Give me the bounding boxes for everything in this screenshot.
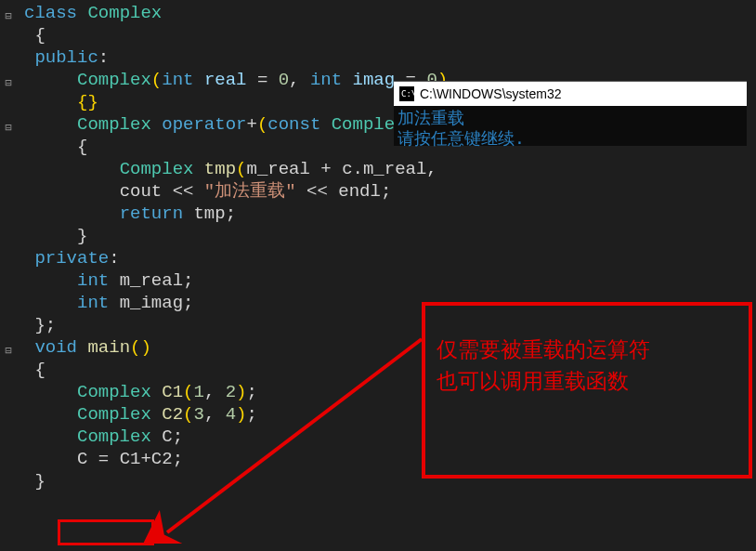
code-line: public:: [0, 46, 756, 69]
highlight-box: [58, 519, 154, 545]
code-line: int m_real;: [0, 269, 756, 292]
console-titlebar[interactable]: C:\ C:\WINDOWS\system32: [394, 82, 747, 106]
console-line: 请按任意键继续.: [398, 128, 743, 149]
cmd-icon: C:\: [399, 86, 414, 101]
console-output: 加法重载 请按任意键继续.: [394, 106, 747, 151]
code-line: private:: [0, 247, 756, 269]
code-line: return tmp;: [0, 203, 756, 225]
svg-text:C:\: C:\: [401, 89, 414, 98]
code-line: {: [0, 24, 756, 46]
console-title-text: C:\WINDOWS\system32: [420, 82, 561, 106]
annotation-box: 仅需要被重载的运算符 也可以调用重载函数: [422, 302, 752, 479]
console-window[interactable]: C:\ C:\WINDOWS\system32 加法重载 请按任意键继续.: [394, 81, 747, 146]
code-line: Complex tmp(m_real + c.m_real,: [0, 158, 756, 180]
code-line: }: [0, 225, 756, 247]
console-line: 加法重载: [398, 108, 743, 128]
code-line: cout << "加法重载" << endl;: [0, 180, 756, 203]
annotation-text: 仅需要被重载的运算符 也可以调用重载函数: [425, 306, 749, 425]
code-line: ⊟class Complex: [0, 2, 756, 24]
